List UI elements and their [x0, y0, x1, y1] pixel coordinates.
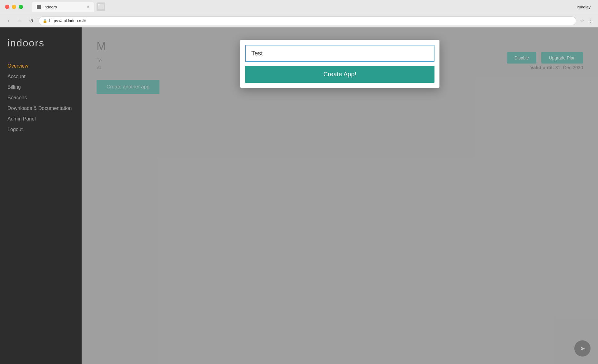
sidebar-item-beacons[interactable]: Beacons: [7, 93, 74, 102]
tab-close-button[interactable]: ×: [87, 5, 89, 9]
sidebar-item-downloads[interactable]: Downloads & Documentation: [7, 104, 74, 113]
sidebar-nav: Overview Account Billing Beacons Downloa…: [7, 61, 74, 134]
sidebar-link-overview[interactable]: Overview: [7, 63, 28, 69]
new-tab-button[interactable]: ⬜: [97, 2, 105, 11]
url-text: https://api.indoo.rs/#: [49, 18, 86, 23]
browser-chrome: indoors × ⬜ Nikolay ‹ › ↺ 🔒 https://api.…: [0, 0, 598, 27]
lock-icon: 🔒: [43, 19, 47, 23]
back-button[interactable]: ‹: [5, 17, 12, 24]
app-name-input[interactable]: [245, 45, 434, 62]
forward-button[interactable]: ›: [16, 17, 24, 24]
main-content: M Te 91 Create another app Disable Upgra…: [82, 27, 598, 364]
sidebar-link-account[interactable]: Account: [7, 74, 26, 79]
sidebar-link-beacons[interactable]: Beacons: [7, 95, 27, 100]
browser-tab[interactable]: indoors ×: [32, 2, 94, 12]
browser-toolbar: ‹ › ↺ 🔒 https://api.indoo.rs/# ☆ ⋮: [0, 14, 598, 27]
minimize-window-button[interactable]: [12, 5, 16, 9]
sidebar-link-admin[interactable]: Admin Panel: [7, 116, 36, 121]
close-window-button[interactable]: [5, 5, 9, 9]
sidebar-item-admin[interactable]: Admin Panel: [7, 114, 74, 124]
sidebar-link-downloads[interactable]: Downloads & Documentation: [7, 106, 72, 111]
tab-favicon-icon: [37, 5, 41, 9]
sidebar-link-billing[interactable]: Billing: [7, 84, 21, 90]
refresh-button[interactable]: ↺: [27, 17, 35, 24]
user-label: Nikolay: [577, 5, 593, 9]
maximize-window-button[interactable]: [19, 5, 23, 9]
more-options-button[interactable]: ⋮: [588, 18, 593, 24]
tab-bar: indoors × ⬜: [32, 2, 573, 12]
sidebar-item-overview[interactable]: Overview: [7, 61, 74, 71]
tab-title: indoors: [44, 5, 57, 9]
sidebar: indoors Overview Account Billing Beacons…: [0, 27, 82, 364]
sidebar-item-logout[interactable]: Logout: [7, 125, 74, 134]
address-bar[interactable]: 🔒 https://api.indoo.rs/#: [39, 17, 576, 25]
modal-overlay: Create App!: [82, 27, 598, 364]
sidebar-logo: indoors: [7, 37, 74, 49]
create-app-modal: Create App!: [240, 40, 439, 88]
bookmark-button[interactable]: ☆: [580, 18, 584, 24]
app-layout: indoors Overview Account Billing Beacons…: [0, 27, 598, 364]
traffic-lights: [5, 5, 23, 9]
sidebar-item-billing[interactable]: Billing: [7, 83, 74, 92]
sidebar-item-account[interactable]: Account: [7, 72, 74, 81]
sidebar-link-logout[interactable]: Logout: [7, 127, 23, 132]
toolbar-actions: ☆ ⋮: [580, 18, 593, 24]
browser-titlebar: indoors × ⬜ Nikolay: [0, 0, 598, 14]
create-app-button[interactable]: Create App!: [245, 66, 434, 83]
